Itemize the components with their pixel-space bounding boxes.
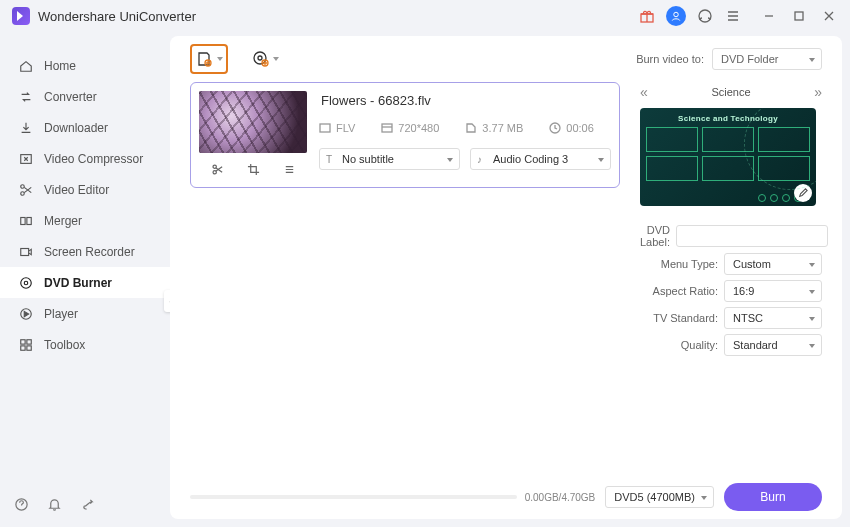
sidebar-item-label: DVD Burner [44,276,112,290]
dvd-label-label: DVD Label: [640,224,670,248]
dvd-settings: « Science » Science and Technology DVD L… [640,82,822,475]
compress-icon [18,151,34,167]
svg-rect-15 [21,345,25,349]
scissors-icon [18,182,34,198]
tv-standard-select[interactable]: NTSC [724,307,822,329]
template-banner: Science and Technology [646,114,810,123]
add-disc-button[interactable] [246,44,284,74]
menu-type-label: Menu Type: [640,258,718,270]
sidebar-item-label: Converter [44,90,97,104]
sidebar-item-compressor[interactable]: Video Compressor [0,143,170,174]
svg-rect-8 [27,217,31,224]
app-title: Wondershare UniConverter [38,9,196,24]
user-avatar-icon[interactable] [666,6,686,26]
support-icon[interactable] [696,7,714,25]
sidebar-item-label: Home [44,59,76,73]
sidebar-item-label: Player [44,307,78,321]
sidebar-item-label: Merger [44,214,82,228]
svg-point-19 [254,52,266,64]
merger-icon [18,213,34,229]
sidebar-item-home[interactable]: Home [0,50,170,81]
home-icon [18,58,34,74]
file-list: Flowers - 66823.flv FLV 720*480 3.77 MB … [190,82,620,475]
next-template-button[interactable]: » [814,84,822,100]
svg-point-6 [21,191,25,195]
burn-to-label: Burn video to: [636,53,704,65]
dvd-label-input[interactable] [676,225,828,247]
menu-type-select[interactable]: Custom [724,253,822,275]
template-preview[interactable]: Science and Technology [640,108,816,206]
crop-icon[interactable] [247,163,260,179]
title-actions [638,6,838,26]
sidebar-item-merger[interactable]: Merger [0,205,170,236]
download-icon [18,120,34,136]
edit-template-button[interactable] [794,184,812,202]
audio-select[interactable]: Audio Coding 3 [470,148,611,170]
gift-icon[interactable] [638,7,656,25]
footer: 0.00GB/4.70GB DVD5 (4700MB) Burn [170,475,842,519]
svg-rect-16 [27,345,31,349]
sidebar-item-dvd-burner[interactable]: DVD Burner [0,267,170,298]
main-panel: Burn video to: DVD Folder [170,36,842,519]
svg-point-20 [258,56,262,60]
sidebar-item-converter[interactable]: Converter [0,81,170,112]
aspect-ratio-select[interactable]: 16:9 [724,280,822,302]
aspect-ratio-label: Aspect Ratio: [640,285,718,297]
svg-point-5 [21,184,25,188]
burn-to-select[interactable]: DVD Folder [712,48,822,70]
svg-rect-9 [21,248,29,255]
sidebar: Home Converter Downloader Video Compress… [0,32,170,527]
svg-point-2 [699,10,711,22]
sidebar-item-player[interactable]: Player [0,298,170,329]
sidebar-item-label: Screen Recorder [44,245,135,259]
sidebar-item-editor[interactable]: Video Editor [0,174,170,205]
sidebar-item-label: Downloader [44,121,108,135]
file-meta: FLV 720*480 3.77 MB 00:06 [319,122,611,134]
sidebar-item-toolbox[interactable]: Toolbox [0,329,170,360]
sidebar-item-label: Video Editor [44,183,109,197]
sidebar-item-label: Toolbox [44,338,85,352]
svg-rect-13 [21,339,25,343]
bottom-icons [14,497,95,515]
tv-standard-label: TV Standard: [640,312,718,324]
file-name: Flowers - 66823.flv [319,93,611,108]
sidebar-item-label: Video Compressor [44,152,143,166]
size-progress-bar [190,495,517,499]
video-thumbnail [199,91,307,153]
menu-icon[interactable] [724,7,742,25]
file-card[interactable]: Flowers - 66823.flv FLV 720*480 3.77 MB … [190,82,620,188]
trim-icon[interactable] [211,163,224,179]
more-icon[interactable] [283,163,296,179]
svg-point-10 [21,277,32,288]
maximize-icon[interactable] [790,7,808,25]
bell-icon[interactable] [47,497,62,515]
svg-point-11 [24,281,28,285]
size-progress-text: 0.00GB/4.70GB [525,492,596,503]
svg-point-1 [674,12,679,17]
share-icon[interactable] [80,497,95,515]
svg-rect-24 [320,124,330,132]
disc-icon [18,275,34,291]
svg-rect-7 [21,217,25,224]
subtitle-select[interactable]: No subtitle [319,148,460,170]
minimize-icon[interactable] [760,7,778,25]
add-file-button[interactable] [190,44,228,74]
template-name: Science [711,86,750,98]
converter-icon [18,89,34,105]
app-icon [12,7,30,25]
disc-type-select[interactable]: DVD5 (4700MB) [605,486,714,508]
close-icon[interactable] [820,7,838,25]
play-icon [18,306,34,322]
quality-select[interactable]: Standard [724,334,822,356]
burn-button[interactable]: Burn [724,483,822,511]
toolbar: Burn video to: DVD Folder [170,36,842,72]
quality-label: Quality: [640,339,718,351]
svg-rect-14 [27,339,31,343]
svg-rect-3 [795,12,803,20]
prev-template-button[interactable]: « [640,84,648,100]
record-icon [18,244,34,260]
help-icon[interactable] [14,497,29,515]
svg-rect-25 [382,124,392,132]
sidebar-item-downloader[interactable]: Downloader [0,112,170,143]
sidebar-item-screen-recorder[interactable]: Screen Recorder [0,236,170,267]
